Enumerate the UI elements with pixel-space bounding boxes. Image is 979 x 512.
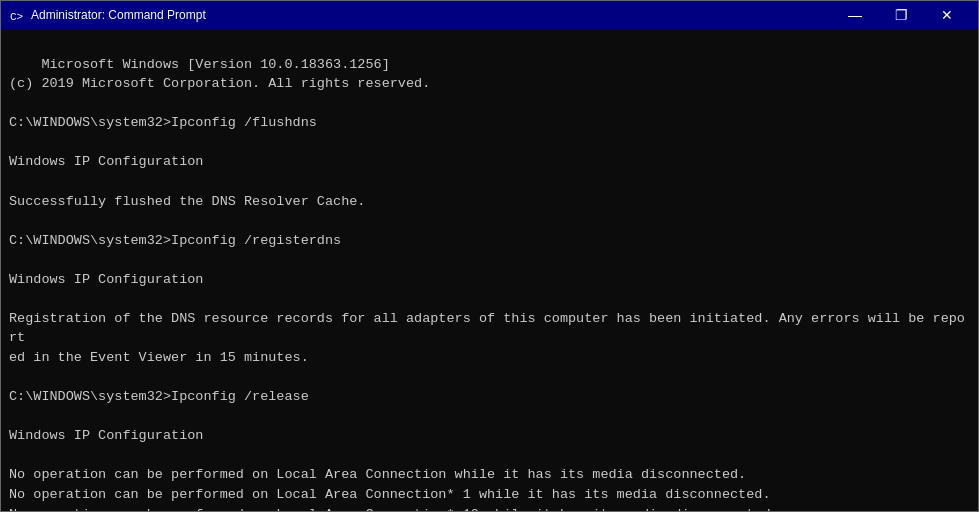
titlebar: C> Administrator: Command Prompt — ❐ ✕ xyxy=(1,1,978,29)
console-text: Microsoft Windows [Version 10.0.18363.12… xyxy=(9,57,965,511)
window-title: Administrator: Command Prompt xyxy=(31,8,832,22)
window-controls: — ❐ ✕ xyxy=(832,1,970,29)
svg-text:C>: C> xyxy=(10,11,23,23)
close-button[interactable]: ✕ xyxy=(924,1,970,29)
command-prompt-window: C> Administrator: Command Prompt — ❐ ✕ M… xyxy=(0,0,979,512)
console-output[interactable]: Microsoft Windows [Version 10.0.18363.12… xyxy=(1,29,978,511)
maximize-button[interactable]: ❐ xyxy=(878,1,924,29)
minimize-button[interactable]: — xyxy=(832,1,878,29)
cmd-icon: C> xyxy=(9,7,25,23)
